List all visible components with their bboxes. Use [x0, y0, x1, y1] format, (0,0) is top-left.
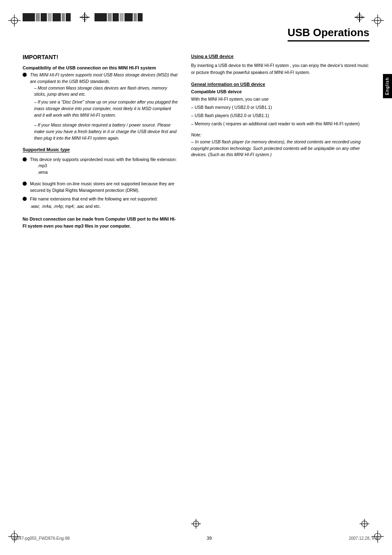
deco-bar-3: [41, 13, 47, 21]
bottom-crosshair-right: [360, 519, 369, 530]
compatible-title: Compatible USB deivce: [191, 89, 369, 94]
compatibility-title: Compatibility of the USB connection on t…: [23, 65, 179, 70]
deco-bar-r4: [120, 13, 124, 21]
deco-bar-4: [48, 13, 52, 21]
page-title-area: USB Operations: [0, 24, 392, 50]
right-column: Using a USB device By inserting a USB de…: [191, 54, 369, 232]
top-crosshair-left: [80, 12, 90, 22]
deco-bar-r1: [95, 13, 107, 21]
bullet-circle-4: [23, 197, 27, 201]
bullet-content-1: This MINI HI-FI system supports most USB…: [30, 72, 179, 143]
page-footer: pg047-pg055_FWD876-Eng-98 39 2007.12.28,…: [0, 536, 392, 541]
top-decoration: [0, 0, 392, 22]
deco-bar-1: [23, 13, 35, 21]
bullet-circle-1: [23, 73, 27, 77]
page-container: English USB Operations IMPORTANT! Compat…: [0, 0, 392, 555]
footer-right-text: 2007.12.28, 9:42: [349, 536, 380, 541]
bullet-item-2: This device only supports unprotected mu…: [23, 157, 179, 178]
deco-bar-r2: [108, 13, 112, 21]
bullet-item-3: Music bought from on-line music stores a…: [23, 181, 179, 194]
important-title: IMPORTANT!: [23, 54, 179, 60]
bullet-content-3: Music bought from on-line music stores a…: [30, 181, 179, 194]
left-column: IMPORTANT! Compatibility of the USB conn…: [23, 54, 179, 232]
bullet-item-1: This MINI HI-FI system supports most USB…: [23, 72, 179, 143]
bullet-content-2: This device only supports unprotected mu…: [30, 157, 179, 178]
page-title: USB Operations: [288, 26, 369, 41]
note-label: Note:: [191, 132, 369, 137]
bold-notice: No Direct connection can be made from Co…: [23, 216, 179, 230]
deco-bar-r6: [134, 13, 137, 21]
bullet-content-4: File name extensions that end with the f…: [30, 196, 179, 210]
ext-wma: .wma: [37, 169, 179, 176]
right-dash-2: USB flash players (USB2.0 or USB1.1): [191, 112, 369, 119]
bullet-circle-2: [23, 157, 27, 161]
using-usb-para: By inserting a USB device to the MINI HI…: [191, 62, 369, 76]
reg-mark-tr: [371, 14, 384, 27]
reg-mark-tl: [8, 14, 21, 27]
deco-bars-left: [23, 13, 71, 21]
bullet-item-4: File name extensions that end with the f…: [23, 196, 179, 210]
bottom-crosshair: [191, 519, 201, 530]
extension-list: .mp3 .wma: [37, 163, 179, 176]
note-content: –In some USB flash player (or memory dev…: [191, 139, 369, 158]
supported-music-title: Supported Music type: [23, 147, 70, 152]
note-section: Note: –In some USB flash player (or memo…: [191, 132, 369, 158]
deco-bar-r5: [125, 13, 133, 21]
using-usb-title: Using a USB device: [191, 54, 369, 59]
footer-left-text: pg047-pg055_FWD876-Eng-98: [12, 536, 70, 541]
dash-item-2: If you see a "Disc Drive" show up on you…: [34, 99, 179, 118]
dash-item-1: Most common Mass storage class devices a…: [34, 85, 179, 98]
deco-bar-7: [66, 13, 71, 21]
deco-bar-2: [36, 13, 40, 21]
deco-bar-r7: [138, 13, 143, 21]
deco-bars-right: [95, 13, 143, 21]
top-crosshair-right: [355, 12, 364, 22]
deco-bar-r3: [113, 13, 119, 21]
right-dash-3: Memory cards ( requires an additional ca…: [191, 120, 369, 127]
right-dash-1: USB flash memory ( USB2.0 or USB1.1): [191, 104, 369, 111]
bullet-circle-3: [23, 182, 27, 186]
dash-item-3: If your Mass storage device required a b…: [34, 122, 179, 141]
unsupported-ext: .wav; .m4a; .m4p; mp4; .aac and etc.: [30, 203, 179, 210]
compatible-intro: With the MINI HI-FI system, you can use: [191, 96, 369, 103]
main-content: IMPORTANT! Compatibility of the USB conn…: [0, 50, 392, 265]
geneal-info-title: Geneal information on USB device: [191, 82, 369, 87]
language-tab: English: [383, 74, 392, 98]
footer-page-number: 39: [207, 536, 212, 541]
deco-bar-6: [62, 13, 65, 21]
ext-mp3: .mp3: [37, 163, 179, 169]
deco-bar-5: [53, 13, 61, 21]
